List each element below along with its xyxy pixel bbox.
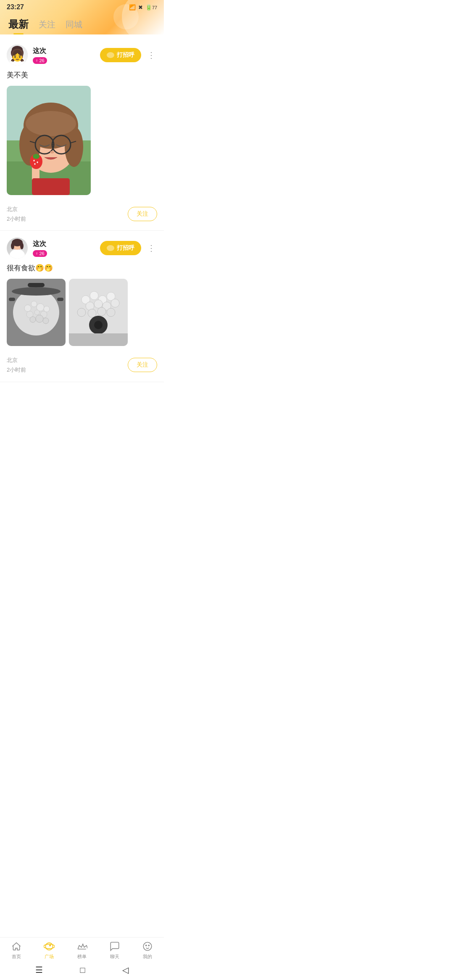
- level-badge-2: ♀ 26: [33, 250, 47, 257]
- svg-rect-64: [69, 333, 128, 346]
- svg-point-28: [10, 249, 25, 259]
- svg-point-22: [33, 154, 39, 159]
- svg-point-19: [50, 151, 54, 153]
- user-row-2: 这次 ♀ 26 打招呼 ⋮: [7, 238, 157, 259]
- avatar-image-2: [7, 238, 28, 259]
- svg-point-41: [34, 310, 39, 315]
- svg-point-59: [88, 309, 96, 317]
- avatar-svg: [7, 45, 28, 66]
- post-images: [7, 86, 157, 195]
- level-icon-2: ♀: [35, 251, 39, 256]
- user-info-2: 这次 ♀ 26: [7, 238, 47, 259]
- post-card: 这次 ♀ 26 打招呼 ⋮ 美不美: [0, 38, 164, 231]
- svg-point-25: [34, 163, 36, 165]
- svg-point-3: [12, 46, 23, 53]
- follow-button-2[interactable]: 关注: [128, 358, 157, 372]
- user-actions-2: 打招呼 ⋮: [100, 241, 157, 255]
- svg-point-46: [12, 287, 61, 296]
- status-icons: 📶 ✖ 🔋77: [129, 4, 157, 11]
- avatar-image: [7, 45, 28, 66]
- user-row: 这次 ♀ 26 打招呼 ⋮: [7, 45, 157, 66]
- svg-point-23: [34, 160, 35, 161]
- svg-rect-47: [9, 298, 15, 301]
- nav-tabs: 最新 关注 同城: [0, 13, 164, 34]
- svg-point-60: [97, 307, 106, 316]
- tab-latest[interactable]: 最新: [8, 18, 29, 34]
- wifi-icon: 📶: [129, 4, 136, 11]
- svg-point-45: [43, 318, 49, 324]
- svg-point-51: [90, 291, 98, 300]
- svg-point-24: [37, 161, 38, 163]
- post-location: 北京 2小时前: [7, 204, 26, 224]
- more-options-button[interactable]: ⋮: [145, 48, 157, 62]
- svg-point-4: [11, 50, 14, 56]
- post-images-2: [7, 279, 157, 346]
- post-location-2: 北京 2小时前: [7, 355, 26, 375]
- svg-point-58: [77, 308, 86, 317]
- post-meta: 北京 2小时前 关注: [7, 200, 157, 231]
- post-text: 美不美: [7, 70, 157, 81]
- more-options-button-2[interactable]: ⋮: [145, 241, 157, 255]
- svg-point-44: [36, 315, 43, 322]
- cooking-image-1-svg: [7, 279, 66, 346]
- svg-point-0: [12, 47, 22, 57]
- svg-rect-48: [57, 298, 63, 301]
- post-image-double-2[interactable]: [69, 279, 128, 346]
- tab-following[interactable]: 关注: [39, 19, 55, 34]
- svg-point-5: [20, 50, 24, 56]
- svg-point-61: [107, 308, 115, 317]
- avatar[interactable]: [7, 45, 28, 66]
- svg-point-1: [10, 56, 25, 66]
- level-icon: ♀: [35, 58, 39, 63]
- avatar-2[interactable]: [7, 238, 28, 259]
- user-name: 这次: [33, 47, 47, 55]
- chat-bubble-icon-2: [107, 245, 114, 251]
- post-card-2: 这次 ♀ 26 打招呼 ⋮ 很有食欲🤭🤭: [0, 231, 164, 382]
- svg-point-55: [94, 300, 103, 308]
- battery-icon: 🔋77: [145, 4, 157, 11]
- post-image-svg: [7, 86, 91, 195]
- post-text-2: 很有食欲🤭🤭: [7, 263, 157, 274]
- svg-rect-26: [32, 178, 70, 195]
- user-name-2: 这次: [33, 240, 47, 248]
- status-time: 23:27: [7, 3, 24, 11]
- user-name-block-2: 这次 ♀ 26: [33, 240, 47, 257]
- post-image-single[interactable]: [7, 86, 91, 195]
- status-bar: 23:27 📶 ✖ 🔋77: [0, 0, 164, 13]
- svg-point-36: [24, 305, 31, 312]
- content-area: 这次 ♀ 26 打招呼 ⋮ 美不美: [0, 38, 164, 382]
- chat-bubble-icon: [107, 52, 114, 58]
- greet-button[interactable]: 打招呼: [100, 48, 141, 62]
- svg-point-32: [20, 243, 24, 249]
- svg-point-2: [13, 48, 22, 57]
- svg-point-37: [31, 301, 37, 307]
- svg-point-63: [94, 321, 103, 329]
- cooking-image-2-svg: [69, 279, 128, 346]
- follow-button[interactable]: 关注: [128, 207, 157, 221]
- signal-icon: ✖: [138, 4, 143, 11]
- user-info: 这次 ♀ 26: [7, 45, 47, 66]
- svg-point-13: [26, 111, 76, 136]
- svg-point-57: [111, 299, 119, 307]
- avatar-svg-2: [7, 238, 28, 259]
- svg-point-31: [11, 243, 14, 249]
- post-image-double-1[interactable]: [7, 279, 66, 346]
- user-actions: 打招呼 ⋮: [100, 48, 157, 62]
- svg-point-43: [30, 317, 36, 322]
- level-badge: ♀ 26: [33, 57, 47, 64]
- tab-local[interactable]: 同城: [66, 19, 82, 34]
- post-meta-2: 北京 2小时前 关注: [7, 351, 157, 382]
- user-name-block: 这次 ♀ 26: [33, 47, 47, 64]
- svg-rect-34: [28, 283, 45, 287]
- greet-button-2[interactable]: 打招呼: [100, 241, 141, 255]
